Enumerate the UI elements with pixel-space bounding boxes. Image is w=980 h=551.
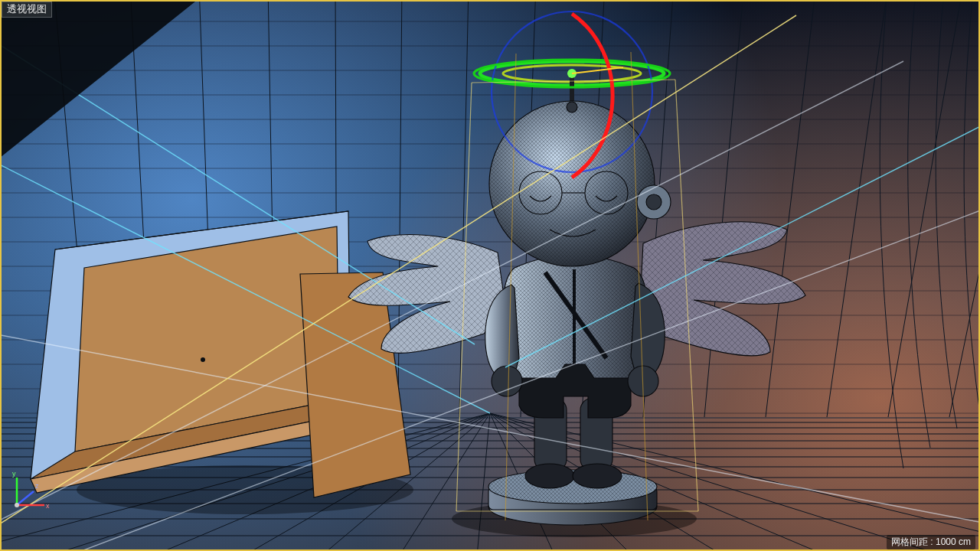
torso xyxy=(501,255,649,378)
svg-point-71 xyxy=(488,470,657,504)
figurine-base xyxy=(488,470,657,525)
svg-point-86 xyxy=(585,171,628,214)
svg-marker-60 xyxy=(75,227,339,452)
halo xyxy=(480,61,664,111)
svg-line-78 xyxy=(545,272,606,358)
svg-marker-63 xyxy=(300,272,410,497)
svg-point-75 xyxy=(525,464,574,488)
svg-line-50 xyxy=(521,0,536,417)
svg-line-16 xyxy=(199,413,490,551)
svg-line-22 xyxy=(490,413,766,551)
svg-line-100 xyxy=(0,61,903,536)
svg-point-82 xyxy=(489,101,655,266)
grid-spacing-readout: 网格间距 : 1000 cm xyxy=(887,535,975,549)
svg-rect-73 xyxy=(534,398,567,471)
svg-line-18 xyxy=(383,413,490,551)
svg-marker-61 xyxy=(31,399,351,479)
svg-point-79 xyxy=(492,366,522,396)
arms xyxy=(485,283,665,396)
selection-cage xyxy=(0,0,980,551)
svg-rect-74 xyxy=(580,398,612,471)
svg-line-51 xyxy=(582,0,605,417)
axis-triad-icon: x y z xyxy=(8,468,54,514)
svg-point-58 xyxy=(77,465,413,514)
svg-point-66 xyxy=(480,61,664,86)
svg-line-44 xyxy=(130,0,153,417)
angel-figurine[interactable] xyxy=(0,0,980,551)
svg-line-93 xyxy=(456,83,472,511)
svg-point-88 xyxy=(567,102,577,112)
svg-line-98 xyxy=(0,153,490,413)
perspective-viewport[interactable]: 透视视图 网格间距 : 1000 cm x y z xyxy=(0,0,980,551)
svg-line-102 xyxy=(0,329,980,528)
svg-text:z: z xyxy=(35,482,39,490)
svg-line-21 xyxy=(490,413,658,551)
svg-point-83 xyxy=(637,185,671,219)
svg-point-89 xyxy=(492,11,652,172)
svg-text:y: y xyxy=(12,470,16,478)
svg-point-69 xyxy=(488,488,657,525)
svg-line-94 xyxy=(675,80,698,511)
svg-line-23 xyxy=(490,413,888,551)
svg-line-15 xyxy=(92,413,490,551)
svg-point-81 xyxy=(489,101,655,266)
svg-line-96 xyxy=(631,52,648,520)
svg-line-24 xyxy=(490,413,980,551)
svg-line-45 xyxy=(199,0,214,417)
svg-point-67 xyxy=(503,65,641,82)
svg-line-49 xyxy=(459,0,469,417)
wing-left xyxy=(348,235,505,354)
svg-marker-59 xyxy=(31,211,351,479)
svg-line-106 xyxy=(17,491,34,505)
svg-line-25 xyxy=(490,413,980,551)
svg-line-57 xyxy=(949,0,980,417)
svg-line-48 xyxy=(398,0,402,417)
svg-point-65 xyxy=(452,500,697,537)
svg-marker-62 xyxy=(31,413,360,493)
svg-line-14 xyxy=(0,413,490,551)
svg-line-53 xyxy=(704,0,744,417)
svg-line-19 xyxy=(475,413,490,551)
svg-point-84 xyxy=(646,194,662,210)
svg-point-80 xyxy=(628,366,658,396)
svg-line-20 xyxy=(490,413,567,551)
svg-line-13 xyxy=(0,413,490,551)
svg-point-85 xyxy=(519,171,562,214)
svg-point-107 xyxy=(15,503,19,507)
scene-corner-shadow xyxy=(0,0,207,176)
cardboard-box xyxy=(0,0,980,551)
svg-line-99 xyxy=(505,115,980,367)
svg-line-101 xyxy=(61,199,980,551)
rotate-gizmo[interactable] xyxy=(0,0,980,551)
svg-line-17 xyxy=(291,413,490,551)
svg-line-47 xyxy=(335,0,337,417)
scene-grid xyxy=(0,0,980,551)
svg-line-95 xyxy=(505,54,516,520)
svg-line-92 xyxy=(572,67,623,73)
svg-line-56 xyxy=(888,0,963,417)
svg-line-54 xyxy=(766,0,816,417)
wing-right xyxy=(640,222,805,356)
svg-point-91 xyxy=(567,69,577,78)
view-label[interactable]: 透视视图 xyxy=(2,2,52,18)
svg-line-55 xyxy=(827,0,888,417)
svg-point-64 xyxy=(201,357,205,362)
head xyxy=(489,101,671,266)
svg-point-72 xyxy=(488,470,657,504)
svg-rect-70 xyxy=(488,487,657,510)
svg-point-76 xyxy=(573,464,622,488)
svg-line-46 xyxy=(268,0,276,417)
svg-line-103 xyxy=(0,15,796,543)
legs xyxy=(525,398,622,488)
svg-text:x: x xyxy=(46,502,50,510)
camera-helpers xyxy=(0,0,980,551)
svg-point-90 xyxy=(474,60,670,87)
svg-line-52 xyxy=(643,0,674,417)
